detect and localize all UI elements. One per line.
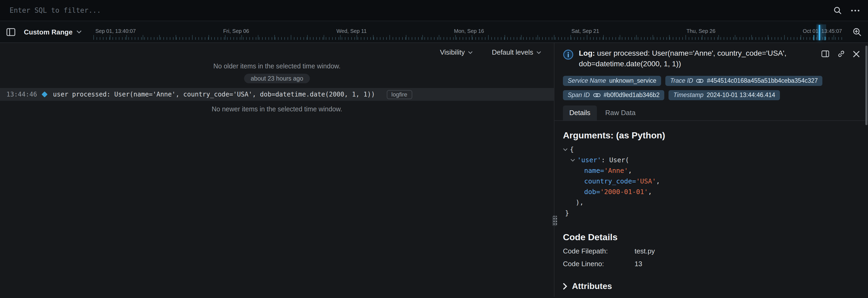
log-row[interactable]: 13:44:46 user processed: User(name='Anne… — [0, 88, 554, 101]
code-details-heading: Code Details — [563, 232, 860, 243]
attributes-toggle[interactable]: Attributes — [563, 282, 860, 291]
badge-label: Span ID — [568, 92, 590, 99]
chevron-down-icon — [536, 51, 541, 54]
timeline-bar: Custom Range Sep 01, 13:40:07Fri, Sep 06… — [0, 21, 868, 43]
visibility-label: Visibility — [440, 48, 465, 56]
code-details-rows: Code Filepath:test.pyCode Lineno:13 — [563, 247, 860, 268]
chevron-right-icon — [563, 283, 567, 290]
log-list-panel: Visibility Default levels No older items… — [0, 43, 554, 297]
timeline-tick-label: Mon, Sep 16 — [454, 28, 484, 34]
time-range-selector[interactable]: Custom Range — [21, 27, 85, 36]
link-icon — [696, 78, 704, 83]
sidebar-toggle-icon[interactable] — [6, 28, 16, 36]
collapse-caret-icon[interactable] — [570, 159, 575, 162]
timeline-tick-label: Sep 01, 13:40:07 — [95, 28, 135, 34]
topbar-icons — [834, 6, 860, 14]
code-detail-label: Code Filepath: — [563, 247, 634, 255]
code-detail-label: Code Lineno: — [563, 260, 634, 268]
panel-resize-handle[interactable] — [552, 216, 557, 226]
badge-value: #b0f0d9ed1ab346b2 — [603, 92, 659, 99]
badge-trace-id[interactable]: Trace ID#454514c0168a455a51bb4ceba354c32… — [665, 76, 823, 86]
detail-title: Log: user processed: User(name='Anne', c… — [579, 48, 816, 69]
timeline-tick-label: Fri, Sep 06 — [223, 28, 249, 34]
relative-time-badge[interactable]: about 23 hours ago — [244, 74, 310, 83]
detail-header: Log: user processed: User(name='Anne', c… — [563, 48, 860, 69]
collapse-caret-icon[interactable] — [563, 148, 568, 151]
badge-value: unknown_service — [609, 77, 656, 84]
code-line: { — [563, 144, 860, 155]
timeline-histogram-bar — [825, 36, 826, 40]
default-levels-label: Default levels — [492, 48, 533, 56]
toggle-panel-icon[interactable] — [821, 50, 829, 58]
attributes-label: Attributes — [572, 282, 612, 291]
code-line: 'user': User( — [563, 155, 860, 165]
default-levels-dropdown[interactable]: Default levels — [489, 48, 545, 57]
badge-span-id[interactable]: Span ID#b0f0d9ed1ab346b2 — [563, 90, 664, 100]
timeline-selected-spike — [819, 25, 820, 40]
timeline-tick-label: Wed, Sep 11 — [336, 28, 367, 34]
timeline-tick-label: Sat, Sep 21 — [571, 28, 599, 34]
main-split: Visibility Default levels No older items… — [0, 43, 868, 297]
code-line: } — [563, 208, 860, 219]
info-icon — [563, 49, 574, 60]
detail-tabs: DetailsRaw Data — [554, 105, 868, 121]
badge-timestamp: Timestamp2024-10-01 13:44:46.414 — [669, 90, 780, 100]
badge-service-name: Service Nameunknown_service — [563, 76, 661, 86]
relative-time-wrap: about 23 hours ago — [0, 74, 554, 83]
log-level-diamond-icon — [41, 92, 48, 98]
time-range-label: Custom Range — [24, 28, 72, 36]
badge-value: 2024-10-01 13:44:46.414 — [707, 92, 775, 99]
code-line: name='Anne', — [563, 165, 860, 176]
timeline-tick-label: Thu, Sep 26 — [686, 28, 715, 34]
code-detail-row: Code Filepath:test.py — [563, 247, 860, 255]
code-line: country_code='USA', — [563, 176, 860, 187]
timeline-histogram-ticks — [93, 37, 844, 39]
code-line: dob='2000-01-01', — [563, 187, 860, 197]
sql-filter-bar — [0, 0, 868, 21]
badge-label: Service Name — [568, 77, 606, 84]
log-message: user processed: User(name='Anne', countr… — [53, 91, 375, 98]
code-detail-row: Code Lineno:13 — [563, 260, 860, 268]
log-detail-panel: Log: user processed: User(name='Anne', c… — [554, 43, 868, 297]
metadata-badges: Service Nameunknown_serviceTrace ID#4545… — [563, 76, 860, 100]
detail-header-icons — [821, 50, 860, 58]
badge-label: Trace ID — [670, 77, 693, 84]
arguments-code-block: {'user': User(name='Anne',country_code='… — [563, 144, 860, 219]
badge-label: Timestamp — [673, 92, 704, 99]
log-scope-tag: logfire — [386, 90, 412, 99]
code-line: ), — [563, 197, 860, 208]
visibility-dropdown[interactable]: Visibility — [437, 48, 476, 57]
no-newer-items-text: No newer items in the selected time wind… — [0, 105, 554, 113]
copy-link-icon[interactable] — [837, 50, 845, 58]
sql-filter-input[interactable] — [8, 6, 825, 15]
detail-title-prefix: Log: — [579, 49, 595, 57]
timeline-tick-labels: Sep 01, 13:40:07Fri, Sep 06Wed, Sep 11Mo… — [95, 28, 842, 34]
arguments-heading: Arguments: (as Python) — [563, 130, 860, 141]
log-timestamp: 13:44:46 — [6, 91, 37, 98]
chevron-down-icon — [468, 51, 473, 54]
tab-raw-data[interactable]: Raw Data — [599, 105, 642, 120]
close-icon[interactable] — [853, 50, 860, 58]
chevron-down-icon — [76, 30, 82, 33]
tab-details[interactable]: Details — [563, 105, 597, 120]
more-options-icon[interactable] — [851, 9, 860, 11]
scrollbar-thumb[interactable] — [865, 45, 867, 125]
zoom-in-icon[interactable] — [852, 27, 862, 36]
timeline-histogram-bar — [813, 35, 814, 40]
code-detail-value: test.py — [634, 247, 655, 255]
detail-title-text: user processed: User(name='Anne', countr… — [579, 49, 786, 68]
badge-value: #454514c0168a455a51bb4ceba354c327 — [707, 77, 818, 84]
code-detail-value: 13 — [634, 260, 642, 268]
log-list-toolbar: Visibility Default levels — [0, 43, 554, 58]
timeline-chart[interactable]: Sep 01, 13:40:07Fri, Sep 06Wed, Sep 11Mo… — [93, 21, 844, 43]
no-older-items-text: No older items in the selected time wind… — [0, 63, 554, 70]
logfire-app: Custom Range Sep 01, 13:40:07Fri, Sep 06… — [0, 0, 868, 298]
search-icon[interactable] — [834, 6, 841, 14]
link-icon — [593, 93, 600, 98]
